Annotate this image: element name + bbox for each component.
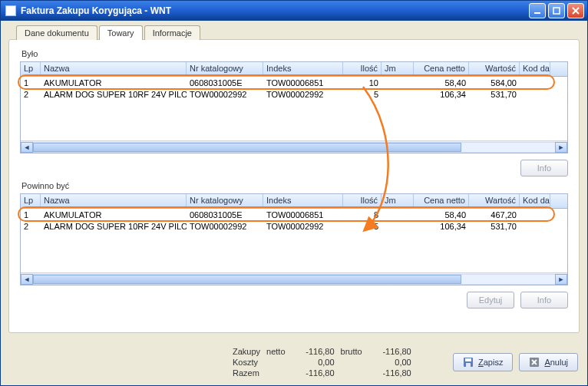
grid-was-body[interactable]: 1 AKUMULATOR 0608031005E TOW00006851 10 … (21, 77, 567, 140)
col-nrkat[interactable]: Nr katalogowy (187, 194, 263, 208)
scroll-left-icon[interactable]: ◄ (21, 142, 33, 153)
col-ilosc[interactable]: Ilość (343, 194, 382, 208)
app-icon (5, 5, 16, 16)
col-lp[interactable]: Lp (21, 62, 41, 76)
scroll-right-icon[interactable]: ► (555, 274, 567, 285)
col-lp[interactable]: Lp (21, 194, 41, 208)
col-wart[interactable]: Wartość (469, 194, 520, 208)
tab-dane-dokumentu[interactable]: Dane dokumentu (16, 25, 97, 40)
tab-towary[interactable]: Towary (99, 25, 143, 40)
grid-should: Lp Nazwa Nr katalogowy Indeks Ilość Jm C… (20, 193, 568, 285)
table-row[interactable]: 2 ALARM DOG SUPER 10RF 24V PILOTY TOW000… (21, 88, 567, 100)
app-window: Faktura Zakupu Korygująca - WNT Dane dok… (0, 0, 588, 386)
scroll-left-icon[interactable]: ◄ (21, 274, 33, 285)
col-jm[interactable]: Jm (382, 194, 414, 208)
col-nrkat[interactable]: Nr katalogowy (187, 62, 263, 76)
col-indeks[interactable]: Indeks (263, 194, 343, 208)
svg-rect-1 (553, 8, 560, 14)
grid-was: Lp Nazwa Nr katalogowy Indeks Ilość Jm C… (20, 61, 568, 153)
col-cena[interactable]: Cena netto (414, 62, 469, 76)
footer: Zakupy netto -116,80 brutto -116,80 Kosz… (1, 339, 587, 385)
maximize-button[interactable] (548, 3, 565, 18)
svg-rect-0 (534, 12, 540, 14)
minimize-button[interactable] (529, 3, 546, 18)
totals-block: Zakupy netto -116,80 brutto -116,80 Kosz… (233, 347, 411, 378)
table-row[interactable]: 1 AKUMULATOR 0608031005E TOW00006851 10 … (21, 77, 567, 88)
cancel-button[interactable]: Anuluj (519, 353, 578, 371)
col-kod[interactable]: Kod da (520, 194, 550, 208)
window-title: Faktura Zakupu Korygująca - WNT (21, 5, 529, 16)
scroll-right-icon[interactable]: ► (555, 142, 567, 153)
info-button[interactable]: Info (520, 160, 568, 177)
scroll-thumb[interactable] (33, 143, 461, 152)
svg-rect-5 (465, 358, 471, 361)
svg-rect-6 (466, 363, 471, 367)
grid-was-header: Lp Nazwa Nr katalogowy Indeks Ilość Jm C… (21, 62, 567, 77)
grid-should-body[interactable]: 1 AKUMULATOR 0608031005E TOW00006851 8 5… (21, 209, 567, 272)
edit-button[interactable]: Edytuj (467, 292, 514, 308)
col-jm[interactable]: Jm (382, 62, 414, 76)
table-row[interactable]: 1 AKUMULATOR 0608031005E TOW00006851 8 5… (21, 209, 567, 220)
titlebar[interactable]: Faktura Zakupu Korygująca - WNT (1, 1, 587, 21)
col-wart[interactable]: Wartość (469, 62, 520, 76)
tab-strip: Dane dokumentu Towary Informacje (16, 25, 580, 40)
save-button[interactable]: Zapisz (453, 353, 513, 371)
info-button[interactable]: Info (520, 292, 568, 308)
cancel-icon (529, 357, 540, 368)
tab-informacje[interactable]: Informacje (144, 25, 200, 40)
col-nazwa[interactable]: Nazwa (41, 62, 187, 76)
col-nazwa[interactable]: Nazwa (41, 194, 187, 208)
col-kod[interactable]: Kod da (520, 62, 550, 76)
close-button[interactable] (567, 3, 584, 18)
col-ilosc[interactable]: Ilość (343, 62, 382, 76)
grid-should-header: Lp Nazwa Nr katalogowy Indeks Ilość Jm C… (21, 194, 567, 209)
grid-should-hscroll[interactable]: ◄ ► (21, 272, 567, 285)
col-indeks[interactable]: Indeks (263, 62, 343, 76)
table-row[interactable]: 2 ALARM DOG SUPER 10RF 24V PILOTY TOW000… (21, 220, 567, 232)
tab-pane: Było Lp Nazwa Nr katalogowy Indeks Ilość… (8, 39, 580, 333)
col-cena[interactable]: Cena netto (414, 194, 469, 208)
grid-was-hscroll[interactable]: ◄ ► (21, 140, 567, 153)
section-should-label: Powinno być (21, 181, 568, 190)
section-was-label: Było (21, 49, 568, 58)
scroll-thumb[interactable] (33, 275, 461, 284)
save-icon (463, 357, 474, 368)
